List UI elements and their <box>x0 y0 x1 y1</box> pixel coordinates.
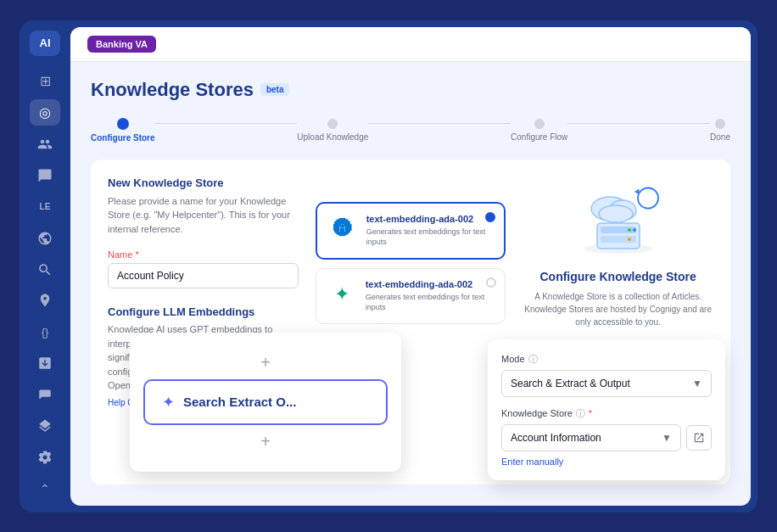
name-input[interactable] <box>108 263 299 288</box>
configure-title: Configure Knowledge Store <box>539 270 696 283</box>
le-icon[interactable]: LE <box>30 193 60 220</box>
mode-info-icon[interactable]: ⓘ <box>528 353 538 366</box>
svg-point-6 <box>628 238 631 241</box>
new-store-title: New Knowledge Store <box>108 176 299 189</box>
external-link-button[interactable] <box>686 425 712 451</box>
step-label-1: Configure Store <box>91 133 155 143</box>
beta-badge: beta <box>260 83 290 96</box>
top-bar: Banking VA <box>70 27 751 62</box>
svg-point-9 <box>599 205 633 222</box>
step-connector-3 <box>567 123 710 124</box>
step-configure-store: Configure Store <box>91 118 155 143</box>
name-field-section: Name * <box>108 249 299 288</box>
chat-icon[interactable] <box>30 162 60 188</box>
azure-icon: 🅐 <box>327 214 358 244</box>
flow-node[interactable]: ✦ Search Extract O... <box>143 379 388 425</box>
sidebar: AI ⊞ ◎ LE {} ⌃ <box>20 20 70 512</box>
chevron-up-icon[interactable]: ⌃ <box>30 476 60 502</box>
message2-icon[interactable] <box>30 382 60 408</box>
layers-icon[interactable] <box>30 413 60 440</box>
page-title: Knowledge Stores <box>91 79 254 101</box>
step-upload: Upload Knowledge <box>297 119 368 142</box>
settings-overlay: Mode ⓘ Search & Extract & Output ▼ Knowl… <box>488 339 725 480</box>
page-header: Knowledge Stores beta <box>91 79 730 101</box>
embedding-card-openai[interactable]: ✦ text-embedding-ada-002 Generates text … <box>316 268 506 324</box>
knowledge-store-row: Account Information ▼ <box>501 424 712 451</box>
add-top-button[interactable]: + <box>143 353 388 372</box>
svg-point-4 <box>628 228 631 232</box>
llm-title: Configure LLM Embeddings <box>108 305 299 318</box>
app-logo: AI <box>30 31 60 57</box>
mode-label: Mode ⓘ <box>501 353 712 366</box>
step-label-3: Configure Flow <box>511 132 567 142</box>
azure-radio[interactable] <box>485 212 495 222</box>
step-label-2: Upload Knowledge <box>297 132 368 142</box>
openai-card-content: text-embedding-ada-002 Generates text em… <box>366 279 495 313</box>
flow-node-label: Search Extract O... <box>183 395 296 409</box>
add-bottom-button[interactable]: + <box>143 432 388 451</box>
step-configure-flow: Configure Flow <box>511 119 567 142</box>
export-icon[interactable] <box>30 350 60 377</box>
mode-chevron-icon: ▼ <box>692 378 702 389</box>
openai-icon: ✦ <box>327 279 357 310</box>
progress-steps: Configure Store Upload Knowledge Configu… <box>91 118 730 143</box>
new-store-desc: Please provide a name for your Knowledge… <box>108 194 299 237</box>
flow-builder-overlay: + ✦ Search Extract O... + <box>130 333 401 472</box>
search-icon[interactable]: ◎ <box>30 99 60 126</box>
step-dot-3 <box>534 119 545 129</box>
step-dot-2 <box>327 119 338 129</box>
svg-point-5 <box>633 228 636 232</box>
mode-select[interactable]: Search & Extract & Output ▼ <box>501 370 712 397</box>
braces-icon[interactable]: {} <box>30 319 60 345</box>
grid-icon[interactable]: ⊞ <box>30 68 60 94</box>
sparkle-icon: ✦ <box>162 393 175 412</box>
step-done: Done <box>710 119 730 142</box>
knowledge-store-select[interactable]: Account Information ▼ <box>501 424 681 451</box>
banking-badge: Banking VA <box>87 36 156 53</box>
people-icon[interactable] <box>30 131 60 157</box>
configure-desc: A Knowledge Store is a collection of Art… <box>523 290 713 328</box>
step-connector-1 <box>155 123 298 124</box>
enter-manually-link[interactable]: Enter manually <box>501 456 712 467</box>
store-illustration <box>563 176 674 270</box>
ks-chevron-icon: ▼ <box>662 432 672 444</box>
knowledge-store-label: Knowledge Store ⓘ * <box>501 407 712 420</box>
content-area: Knowledge Stores beta Configure Store Up… <box>70 62 751 506</box>
azure-card-content: text-embedding-ada-002 Generates text em… <box>366 214 495 248</box>
main-area: Banking VA Knowledge Stores beta Configu… <box>70 27 751 506</box>
openai-radio[interactable] <box>486 277 496 288</box>
settings-icon[interactable] <box>30 445 60 471</box>
step-label-4: Done <box>710 132 730 142</box>
embedding-card-azure[interactable]: 🅐 text-embedding-ada-002 Generates text … <box>316 202 506 260</box>
step-dot-4 <box>715 119 725 129</box>
pin-icon[interactable] <box>30 288 60 314</box>
step-connector-2 <box>368 123 511 124</box>
globe-icon[interactable] <box>30 225 60 251</box>
ks-info-icon[interactable]: ⓘ <box>576 407 585 420</box>
magnify-icon[interactable] <box>30 256 60 283</box>
step-dot-1 <box>117 118 129 130</box>
name-label: Name * <box>108 249 299 260</box>
